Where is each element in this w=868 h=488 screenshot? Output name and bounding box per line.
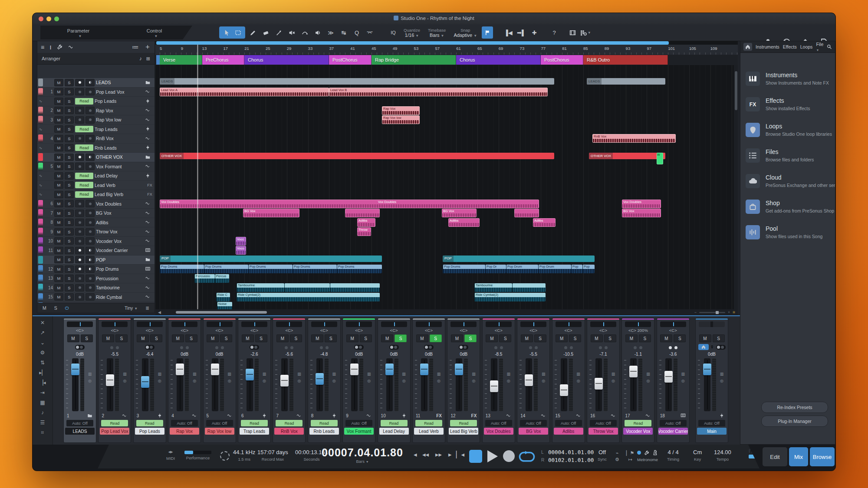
channel-mute-button[interactable]: M — [416, 334, 428, 342]
track-solo-button[interactable]: S — [65, 247, 74, 254]
browser-item-effects[interactable]: FXEffectsShow installed Effects — [740, 92, 835, 117]
channel-mute-button[interactable]: M — [699, 334, 711, 342]
plugin-manager-button[interactable]: Plug-In Manager — [761, 416, 828, 427]
channel-fader[interactable]: ▥◎ — [240, 358, 268, 411]
fader-cap[interactable] — [71, 364, 79, 375]
clip-leads[interactable]: LEADS — [160, 78, 554, 85]
automation-mode-button[interactable]: Auto: Off — [590, 420, 617, 426]
track-row-pop-leads[interactable]: ∿MSReadPop Leads — [37, 97, 155, 106]
fader-track[interactable] — [142, 358, 148, 411]
record-arm-button[interactable] — [75, 163, 84, 170]
fader-cap[interactable] — [703, 364, 711, 375]
track-row-vocoder-vox[interactable]: 10MSVocoder Vox — [37, 237, 155, 246]
track-solo-button[interactable]: S — [65, 200, 74, 207]
position-display[interactable]: 00007.04.01.80Bars ▼ — [312, 446, 412, 464]
fader-track[interactable] — [561, 358, 567, 411]
pan-slider[interactable] — [416, 321, 442, 327]
channel-name-plate[interactable]: Vocoder Vox — [623, 428, 653, 435]
clip-other-vox[interactable]: OTHER VOX — [589, 153, 665, 159]
track-solo-button[interactable]: S — [65, 265, 74, 273]
track-mute-button[interactable]: M — [54, 200, 63, 207]
automation-mode-button[interactable]: Read — [136, 420, 163, 426]
track-solo-button[interactable]: S — [65, 191, 74, 198]
mixer-channel-bg-vox[interactable]: <C>MS-5.5▥◎14Auto: OffBG Vox — [517, 318, 550, 443]
section-verse[interactable]: Verse — [160, 55, 202, 65]
clip-tambourine[interactable]: Tambourine — [474, 283, 512, 292]
range-tool-button[interactable] — [232, 26, 243, 39]
play-button[interactable] — [487, 450, 498, 462]
clip-lead-vox-a[interactable]: Lead Vox A — [160, 88, 329, 96]
split-tool-button[interactable] — [273, 26, 284, 39]
input-monitor-toggle[interactable] — [145, 345, 155, 350]
fader-cap[interactable] — [350, 364, 358, 375]
channel-fader[interactable]: ▥◎ — [555, 358, 582, 411]
track-row-bg-vox[interactable]: 7MSBG Vox — [37, 209, 155, 218]
stop-button[interactable] — [469, 450, 482, 463]
automation-mode-button[interactable]: Read — [276, 420, 302, 426]
reindex-presets-button[interactable]: Re-Index Presets — [761, 402, 828, 413]
track-row-vox-doubles[interactable]: 6MSVox Doubles — [37, 200, 155, 209]
channel-solo-button[interactable]: S — [604, 334, 616, 342]
pan-slider[interactable] — [276, 321, 302, 327]
vertical-scrollbar[interactable] — [734, 65, 738, 309]
clip-pop-dr[interactable]: Pop Dr — [485, 265, 506, 273]
record-arm-button[interactable] — [75, 107, 84, 114]
mixer-channel-rnb-leads[interactable]: <C>MS-4.8▥◎8ReadRnb Leads — [308, 318, 341, 443]
channel-fader[interactable]: ▥◎ — [659, 358, 687, 411]
channel-mute-button[interactable]: M — [102, 334, 114, 342]
fader-cap[interactable] — [316, 373, 324, 385]
channel-mute-button[interactable]: M — [486, 334, 498, 342]
clip-vocc[interactable]: Vocc — [236, 237, 246, 246]
track-mute-button[interactable]: M — [54, 98, 63, 105]
record-monitor-dots[interactable] — [563, 343, 574, 351]
fader-track[interactable] — [704, 358, 710, 411]
mixer-channel-vocoder-carrier[interactable]: <C>MS-3.6▥◎18Auto: OffVocoder Carrier — [657, 318, 690, 443]
input-monitor-toggle[interactable] — [424, 345, 434, 350]
track-row-rap-vox-low[interactable]: 3MSRap Vox low — [37, 115, 155, 124]
clip-rnb-vox[interactable]: RnB Vox — [592, 134, 676, 143]
fader-track[interactable] — [107, 358, 113, 411]
sync-field[interactable]: OffSync — [598, 449, 607, 462]
record-monitor-dots[interactable] — [667, 343, 679, 351]
channel-name-plate[interactable]: Vocoder Carrier — [658, 428, 688, 435]
track-height-select[interactable]: Tiny ▼ — [125, 305, 138, 311]
channel-fader[interactable]: ▥◎ — [380, 358, 408, 411]
channel-fader[interactable]: ▥◎ — [415, 358, 443, 411]
automation-mode-button[interactable]: Auto: Off — [485, 420, 512, 426]
channel-fader[interactable]: ▥◎ — [519, 358, 547, 411]
channel-name-plate[interactable]: Pop Leads — [135, 428, 164, 435]
track-row-adlibs[interactable]: 8MSAdlibs — [37, 218, 155, 227]
timebase-select[interactable]: TimebaseBars▼ — [428, 28, 446, 38]
channel-name-plate[interactable]: LEADS — [65, 428, 95, 435]
browser-tab-loops[interactable]: Loops — [800, 44, 813, 49]
channel-mute-button[interactable]: M — [276, 334, 289, 342]
channel-name-plate[interactable]: Vox Formant — [344, 428, 374, 435]
wrench-icon[interactable] — [57, 44, 62, 50]
timeline-locator-bar[interactable] — [156, 41, 669, 45]
fader-track[interactable] — [630, 358, 637, 411]
fader-cap[interactable] — [280, 375, 289, 386]
fader-track[interactable] — [316, 358, 323, 411]
mixer-channel-rap-vox-low[interactable]: <C>MS0dB▥◎5Auto: OffRap Vox low — [203, 318, 236, 443]
browse-view-button[interactable]: Browse — [810, 447, 835, 466]
arrange-grid-icon[interactable]: ⊞ — [146, 56, 150, 62]
sync-settings-icons[interactable]: ⌁⚙ — [615, 450, 619, 463]
clip-pop[interactable]: Pop — [582, 265, 595, 273]
record-arm-button[interactable] — [75, 79, 84, 86]
fader-cap[interactable] — [560, 384, 568, 396]
mixer-channel-throw-vox[interactable]: <C>MS-7.1▥◎16Auto: OffThrow Vox — [587, 318, 620, 443]
browser-tab-file[interactable]: File ▼ — [816, 42, 823, 52]
mixer-channel-trap-leads[interactable]: <C>MS-2.6▥◎6ReadTrap Leads — [238, 318, 271, 443]
input-monitor-toggle[interactable] — [459, 345, 468, 350]
channel-solo-button[interactable]: S — [674, 334, 686, 342]
clip-bg-vox[interactable]: BG Vox — [243, 209, 299, 217]
track-solo-button[interactable]: S — [65, 125, 74, 133]
pan-slider[interactable] — [171, 321, 197, 327]
channel-solo-button[interactable]: S — [430, 334, 442, 342]
clip-adlibs[interactable]: Adlibs — [357, 218, 375, 227]
channel-solo-button[interactable]: S — [325, 334, 337, 342]
track-row-trap-leads[interactable]: ∿MSReadTrap Leads — [37, 125, 155, 134]
monitor-button[interactable] — [85, 247, 95, 254]
track-mute-button[interactable]: M — [54, 88, 63, 95]
track-solo-button[interactable]: S — [65, 107, 74, 114]
